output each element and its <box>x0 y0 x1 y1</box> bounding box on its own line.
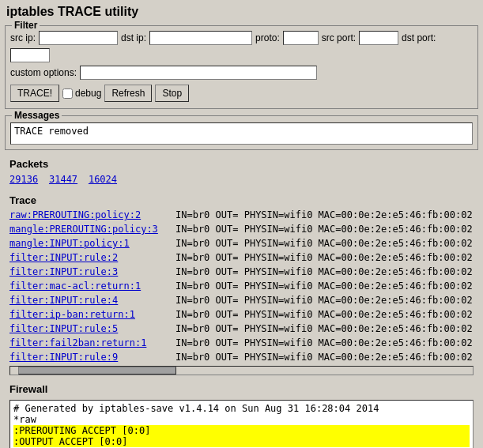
trace-row-link[interactable]: filter:INPUT:rule:3 <box>9 265 175 279</box>
trace-row-detail: IN=br0 OUT= PHYSIN=wifi0 MAC=00:0e:2e:e5… <box>175 236 474 250</box>
trace-row: filter:INPUT:rule:3 IN=br0 OUT= PHYSIN=w… <box>9 265 474 279</box>
firewall-panel: Firewall # Generated by iptables-save v1… <box>5 382 478 448</box>
packet-link-2[interactable]: 16024 <box>89 174 117 185</box>
trace-row: filter:fail2ban:return:1IN=br0 OUT= PHYS… <box>9 336 474 350</box>
trace-row-detail: IN=br0 OUT= PHYSIN=wifi0 MAC=00:0e:2e:e5… <box>175 250 474 265</box>
dst-ip-label: dst ip: <box>121 32 146 43</box>
trace-row-detail: IN=br0 OUT= PHYSIN=wifi0 MAC=00:0e:2e:e5… <box>175 350 474 364</box>
trace-row: raw:PREROUTING:policy:2 IN=br0 OUT= PHYS… <box>9 208 474 222</box>
dst-port-label: dst port: <box>402 32 436 43</box>
trace-row-link[interactable]: mangle:PREROUTING:policy:3 <box>9 222 175 236</box>
trace-row: mangle:INPUT:policy:1 IN=br0 OUT= PHYSIN… <box>9 236 474 250</box>
src-port-label: src port: <box>322 32 356 43</box>
trace-row-link[interactable]: filter:INPUT:rule:5 <box>9 322 175 336</box>
trace-row-link[interactable]: filter:INPUT:rule:2 <box>9 250 175 265</box>
filter-panel: Filter src ip: dst ip: proto: src port: … <box>5 25 478 109</box>
src-port-input[interactable] <box>359 31 398 45</box>
firewall-line: :PREROUTING ACCEPT [0:0] <box>13 425 470 436</box>
trace-row-link[interactable]: filter:fail2ban:return:1 <box>9 336 175 350</box>
custom-options-label: custom options: <box>10 67 77 78</box>
proto-input[interactable] <box>283 31 319 45</box>
trace-row-link[interactable]: filter:INPUT:rule:4 <box>9 293 175 307</box>
filter-legend: Filter <box>12 20 40 31</box>
src-ip-label: src ip: <box>10 32 36 43</box>
trace-button[interactable]: TRACE! <box>10 85 59 102</box>
trace-row: filter:mac-acl:return:1 IN=br0 OUT= PHYS… <box>9 279 474 293</box>
trace-label: Trace <box>9 193 474 208</box>
trace-row-detail: IN=br0 OUT= PHYSIN=wifi0 MAC=00:0e:2e:e5… <box>175 322 474 336</box>
proto-label: proto: <box>255 32 280 43</box>
trace-row-detail: IN=br0 OUT= PHYSIN=wifi0 MAC=00:0e:2e:e5… <box>175 265 474 279</box>
dst-ip-input[interactable] <box>149 31 252 45</box>
messages-legend: Messages <box>12 110 62 121</box>
trace-scrollbar[interactable] <box>9 366 474 375</box>
trace-row-link[interactable]: filter:INPUT:rule:9 <box>9 350 175 364</box>
trace-row-link[interactable]: filter:ip-ban:return:1 <box>9 307 175 322</box>
firewall-line: :OUTPUT ACCEPT [0:0] <box>13 436 470 447</box>
packets-links: 29136 31447 16024 <box>9 171 474 186</box>
packets-label: Packets <box>9 156 474 171</box>
firewall-label: Firewall <box>9 382 474 397</box>
src-ip-input[interactable] <box>39 31 118 45</box>
trace-row: filter:INPUT:rule:5 IN=br0 OUT= PHYSIN=w… <box>9 322 474 336</box>
dst-port-input[interactable] <box>10 48 50 62</box>
toolbar-row: TRACE! debug Refresh Stop <box>10 81 473 104</box>
custom-options-input[interactable] <box>80 66 317 80</box>
trace-row: filter:ip-ban:return:1 IN=br0 OUT= PHYSI… <box>9 307 474 322</box>
trace-row-detail: IN=br0 OUT= PHYSIN=wifi0 MAC=00:0e:2e:e5… <box>175 208 474 222</box>
trace-row-link[interactable]: raw:PREROUTING:policy:2 <box>9 208 175 222</box>
trace-row: mangle:PREROUTING:policy:3IN=br0 OUT= PH… <box>9 222 474 236</box>
trace-row-detail: IN=br0 OUT= PHYSIN=wifi0 MAC=00:0e:2e:e5… <box>175 336 474 350</box>
trace-row-detail: IN=br0 OUT= PHYSIN=wifi0 MAC=00:0e:2e:e5… <box>175 307 474 322</box>
debug-checkbox-label: debug <box>62 88 101 99</box>
firewall-content: # Generated by iptables-save v1.4.14 on … <box>9 400 474 448</box>
trace-row-link[interactable]: mangle:INPUT:policy:1 <box>9 236 175 250</box>
trace-scrollbar-thumb[interactable] <box>18 367 176 375</box>
messages-panel: Messages TRACE removed <box>5 115 478 150</box>
trace-content: raw:PREROUTING:policy:2 IN=br0 OUT= PHYS… <box>9 208 474 364</box>
packet-link-0[interactable]: 29136 <box>9 174 38 185</box>
packet-link-1[interactable]: 31447 <box>49 174 77 185</box>
stop-button[interactable]: Stop <box>155 85 189 102</box>
firewall-line: *raw <box>13 414 470 425</box>
debug-label: debug <box>75 88 101 99</box>
page-title: iptables TRACE utility <box>0 0 483 22</box>
trace-row-detail: IN=br0 OUT= PHYSIN=wifi0 MAC=00:0e:2e:e5… <box>175 279 474 293</box>
custom-options-row: custom options: <box>10 64 473 81</box>
filter-row-1: src ip: dst ip: proto: src port: dst por… <box>10 29 473 64</box>
refresh-button[interactable]: Refresh <box>104 85 152 102</box>
trace-row: filter:INPUT:rule:2 IN=br0 OUT= PHYSIN=w… <box>9 250 474 265</box>
firewall-line: # Generated by iptables-save v1.4.14 on … <box>13 403 470 414</box>
trace-row-detail: IN=br0 OUT= PHYSIN=wifi0 MAC=00:0e:2e:e5… <box>175 222 474 236</box>
trace-row: filter:INPUT:rule:9 IN=br0 OUT= PHYSIN=w… <box>9 350 474 364</box>
messages-content: TRACE removed <box>10 122 473 145</box>
trace-row: filter:INPUT:rule:4 IN=br0 OUT= PHYSIN=w… <box>9 293 474 307</box>
debug-checkbox[interactable] <box>62 88 73 99</box>
trace-row-link[interactable]: filter:mac-acl:return:1 <box>9 279 175 293</box>
trace-row-detail: IN=br0 OUT= PHYSIN=wifi0 MAC=00:0e:2e:e5… <box>175 293 474 307</box>
packets-panel: Packets 29136 31447 16024 <box>5 156 478 186</box>
trace-panel: Trace raw:PREROUTING:policy:2 IN=br0 OUT… <box>5 193 478 375</box>
